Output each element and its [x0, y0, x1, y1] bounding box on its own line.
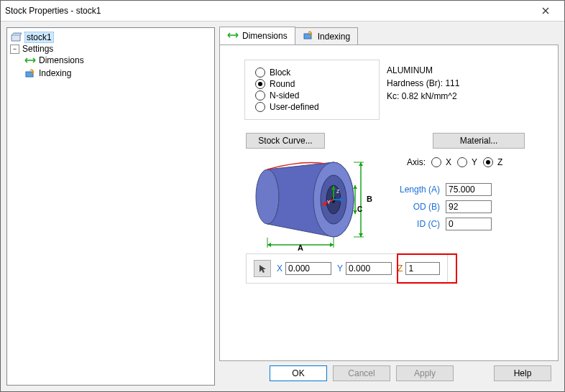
y-label: Y [337, 263, 343, 274]
radio-label: User-defined [270, 102, 319, 112]
ok-button[interactable]: OK [270, 365, 327, 381]
stock-icon [10, 32, 22, 43]
stock-diagram: Y Z B C A [246, 157, 375, 253]
tree: stock1 − Settings [10, 31, 211, 81]
origin-z-input[interactable] [405, 262, 440, 275]
radio-icon [457, 157, 467, 167]
diagram-label-c: C [357, 205, 362, 213]
tree-node-indexing[interactable]: Indexing [10, 67, 211, 79]
svg-text:Y: Y [327, 200, 331, 205]
shape-group: Block Round N-sided User-defined [244, 60, 380, 120]
tree-node-root[interactable]: stock1 [10, 32, 211, 43]
radio-label: N-sided [270, 90, 299, 101]
tree-pane: stock1 − Settings [6, 27, 215, 386]
radio-label: Z [497, 157, 502, 167]
origin-group: X Y Z [246, 253, 448, 284]
tab-indexing[interactable]: Indexing [295, 27, 358, 45]
diagram-label-a: A [298, 243, 303, 251]
tree-node-dimensions[interactable]: Dimensions [10, 55, 211, 66]
radio-nsided[interactable]: N-sided [255, 90, 369, 101]
tree-label-indexing: Indexing [39, 68, 71, 78]
length-input[interactable] [446, 183, 492, 196]
tree-label-dimensions: Dimensions [39, 55, 84, 65]
radio-icon [255, 67, 265, 78]
radio-round[interactable]: Round [255, 79, 369, 89]
radio-userdef[interactable]: User-defined [255, 102, 369, 112]
close-icon [542, 7, 549, 14]
title-bar: Stock Properties - stock1 [1, 1, 564, 22]
tree-label-settings: Settings [22, 44, 53, 54]
tab-strip: Dimensions Indexing [219, 27, 559, 45]
stock-curve-button[interactable]: Stock Curve... [246, 133, 325, 149]
od-input[interactable] [446, 200, 492, 213]
radio-icon [255, 102, 265, 112]
x-label: X [277, 263, 282, 274]
material-kc: Kc: 0.82 kN/mm^2 [387, 90, 459, 103]
radio-block[interactable]: Block [255, 67, 369, 78]
dialog-window: Stock Properties - stock1 stock1 [0, 0, 565, 392]
id-label: ID (C) [417, 219, 440, 229]
radio-label: Y [472, 157, 477, 167]
dimension-inputs: Length (A) OD (B) ID (C) [400, 179, 492, 235]
svg-text:Z: Z [336, 189, 340, 194]
tab-label: Dimensions [242, 31, 288, 41]
right-pane: Dimensions Indexing Block [219, 27, 559, 386]
indexing-icon [24, 67, 36, 79]
material-button[interactable]: Material... [433, 133, 525, 149]
dimensions-arrows-icon [24, 55, 36, 66]
diagram-label-b: B [367, 195, 372, 203]
indexing-icon [303, 30, 314, 42]
close-button[interactable] [531, 1, 560, 21]
origin-y-input[interactable] [346, 262, 392, 275]
dialog-footer: OK Cancel Apply Help [219, 361, 559, 386]
apply-button[interactable]: Apply [396, 365, 454, 381]
radio-label: Round [270, 79, 295, 89]
radio-label: X [446, 157, 451, 167]
axis-x[interactable]: X [431, 157, 451, 167]
tree-label-root: stock1 [24, 32, 54, 43]
tab-label: Indexing [318, 32, 350, 42]
help-button[interactable]: Help [494, 365, 551, 381]
cancel-button[interactable]: Cancel [333, 365, 390, 381]
radio-icon [431, 157, 441, 167]
radio-icon [255, 79, 265, 89]
length-label: Length (A) [400, 185, 440, 195]
tree-node-settings[interactable]: − Settings [10, 44, 211, 54]
axis-z[interactable]: Z [483, 157, 502, 167]
axis-y[interactable]: Y [457, 157, 477, 167]
tab-content: Block Round N-sided User-defined [219, 45, 559, 361]
material-name: ALUMINUM [387, 64, 459, 77]
material-hardness: Hardness (Br): 111 [387, 77, 459, 90]
radio-icon [483, 157, 493, 167]
tab-dimensions[interactable]: Dimensions [219, 27, 295, 45]
cursor-icon [257, 263, 267, 274]
window-title: Stock Properties - stock1 [5, 6, 531, 16]
axis-label: Axis: [407, 157, 426, 167]
id-input[interactable] [446, 218, 492, 230]
material-info: ALUMINUM Hardness (Br): 111 Kc: 0.82 kN/… [387, 64, 459, 103]
od-label: OD (B) [413, 202, 440, 212]
radio-label: Block [270, 67, 290, 78]
z-label: Z [398, 263, 403, 274]
dialog-body: stock1 − Settings [1, 22, 564, 391]
axis-selector: Axis: X Y Z [407, 157, 502, 167]
collapse-icon[interactable]: − [10, 45, 19, 54]
origin-x-input[interactable] [285, 262, 331, 275]
dimensions-arrows-icon [227, 31, 239, 41]
radio-icon [255, 90, 265, 101]
pick-point-button[interactable] [254, 260, 271, 277]
